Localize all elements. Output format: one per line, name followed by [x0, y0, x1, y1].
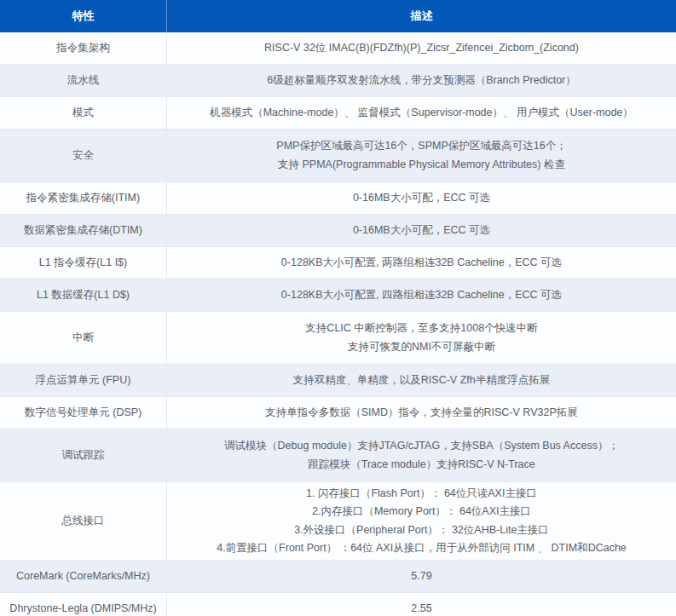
description-line: 支持CLIC 中断控制器，至多支持1008个快速中断 [305, 320, 537, 338]
description-cell: 机器模式（Machine-mode）、 监督模式（Supervisor-mode… [167, 97, 676, 129]
table-body: 指令集架构RISC-V 32位 IMAC(B)(FDZfh)(P)_Zicsr_… [0, 32, 676, 616]
description-cell: PMP保护区域最高可达16个，SPMP保护区域最高可达16个；支持 PPMA(P… [167, 130, 676, 181]
table-row: 总线接口1. 闪存接口（Flash Port）： 64位只读AXI主接口2.内存… [0, 482, 676, 561]
column-header-description: 描述 [167, 0, 676, 32]
table-row: CoreMark (CoreMarks/MHz)5.79 [0, 561, 676, 593]
description-line: 机器模式（Machine-mode）、 监督模式（Supervisor-mode… [210, 104, 633, 123]
feature-cell: 指令集架构 [0, 32, 167, 64]
table-row: 调试跟踪调试模块（Debug module）支持JTAG/cJTAG，支持SBA… [0, 429, 676, 482]
description-cell: 1. 闪存接口（Flash Port）： 64位只读AXI主接口2.内存接口（M… [167, 482, 676, 560]
feature-label: 调试跟踪 [62, 446, 105, 465]
description-line: 6级超标量顺序双发射流水线，带分支预测器（Branch Predictor） [267, 72, 576, 90]
table-row: 指令紧密集成存储(ITIM)0-16MB大小可配，ECC 可选 [0, 182, 676, 215]
feature-label: 流水线 [67, 72, 100, 90]
feature-label: CoreMark (CoreMarks/MHz) [16, 567, 150, 586]
description-cell: 调试模块（Debug module）支持JTAG/cJTAG，支持SBA（Sys… [167, 429, 676, 481]
description-cell: 6级超标量顺序双发射流水线，带分支预测器（Branch Predictor） [167, 65, 676, 96]
table-row: 数字信号处理单元 (DSP)支持单指令多数据（SIMD）指令，支持全量的RISC… [0, 397, 676, 429]
description-cell: 0-128KB大小可配置, 四路组相连32B Cacheline，ECC 可选 [167, 279, 676, 311]
feature-cell: 安全 [0, 130, 167, 181]
feature-cell: 数据紧密集成存储(DTIM) [0, 215, 167, 246]
feature-label: 安全 [72, 147, 94, 165]
feature-cell: 中断 [0, 312, 167, 364]
feature-cell: Dhrystone-Legla (DMIPS/MHz) [0, 593, 167, 616]
description-line: 3.外设接口（Peripheral Port）： 32位AHB-Lite主接口 [294, 521, 549, 540]
description-cell: 支持CLIC 中断控制器，至多支持1008个快速中断支持可恢复的NMI不可屏蔽中… [167, 312, 676, 364]
description-line: PMP保护区域最高可达16个，SPMP保护区域最高可达16个； [276, 137, 566, 156]
description-line: 4.前置接口（Front Port） ：64位 AXI从接口，用于从外部访问 I… [217, 539, 627, 558]
description-cell: 0-128KB大小可配置, 两路组相连32B Cacheline，ECC 可选 [167, 247, 676, 279]
description-cell: 0-16MB大小可配，ECC 可选 [167, 215, 676, 246]
description-cell: 2.55 [167, 593, 676, 616]
feature-cell: 指令紧密集成存储(ITIM) [0, 182, 167, 214]
description-line: 支持单指令多数据（SIMD）指令，支持全量的RISC-V RV32P拓展 [265, 404, 577, 423]
feature-label: 指令集架构 [56, 39, 110, 58]
description-line: 0-128KB大小可配置, 两路组相连32B Cacheline，ECC 可选 [281, 254, 562, 273]
table-row: 流水线6级超标量顺序双发射流水线，带分支预测器（Branch Predictor… [0, 65, 676, 97]
table-row: 中断支持CLIC 中断控制器，至多支持1008个快速中断支持可恢复的NMI不可屏… [0, 312, 676, 365]
description-line: 2.55 [411, 600, 431, 616]
table-row: 模式机器模式（Machine-mode）、 监督模式（Supervisor-mo… [0, 97, 676, 130]
feature-label: 数据紧密集成存储(DTIM) [24, 222, 142, 240]
feature-cell: 浮点运算单元 (FPU) [0, 365, 167, 396]
description-line: 1. 闪存接口（Flash Port）： 64位只读AXI主接口 [306, 485, 537, 504]
description-line: 0-128KB大小可配置, 四路组相连32B Cacheline，ECC 可选 [281, 286, 562, 305]
feature-cell: 调试跟踪 [0, 429, 167, 481]
table-row: 浮点运算单元 (FPU)支持双精度、单精度，以及RISC-V Zfh半精度浮点拓… [0, 365, 676, 397]
description-line: 支持双精度、单精度，以及RISC-V Zfh半精度浮点拓展 [293, 371, 550, 390]
table-header: 特性 描述 [0, 0, 676, 32]
description-cell: 支持单指令多数据（SIMD）指令，支持全量的RISC-V RV32P拓展 [167, 397, 676, 429]
description-cell: 支持双精度、单精度，以及RISC-V Zfh半精度浮点拓展 [167, 365, 676, 396]
description-line: 0-16MB大小可配，ECC 可选 [353, 222, 490, 240]
feature-label: Dhrystone-Legla (DMIPS/MHz) [9, 600, 156, 616]
spec-table: 特性 描述 指令集架构RISC-V 32位 IMAC(B)(FDZfh)(P)_… [0, 0, 676, 616]
feature-label: 总线接口 [62, 512, 105, 531]
column-header-feature: 特性 [0, 0, 167, 32]
feature-cell: 流水线 [0, 65, 167, 96]
feature-label: L1 数据缓存(L1 D$) [37, 286, 130, 305]
description-line: 0-16MB大小可配，ECC 可选 [353, 189, 490, 208]
feature-cell: 模式 [0, 97, 167, 129]
description-line: RISC-V 32位 IMAC(B)(FDZfh)(P)_Zicsr_Zifen… [264, 39, 579, 58]
feature-cell: 总线接口 [0, 482, 167, 560]
description-line: 调试模块（Debug module）支持JTAG/cJTAG，支持SBA（Sys… [224, 437, 619, 456]
table-row: L1 数据缓存(L1 D$)0-128KB大小可配置, 四路组相连32B Cac… [0, 279, 676, 312]
feature-cell: CoreMark (CoreMarks/MHz) [0, 561, 167, 592]
description-cell: RISC-V 32位 IMAC(B)(FDZfh)(P)_Zicsr_Zifen… [167, 32, 676, 64]
description-line: 跟踪模块（Trace module）支持RISC-V N-Trace [308, 456, 534, 475]
feature-label: 数字信号处理单元 (DSP) [25, 404, 142, 423]
description-line: 2.内存接口（Memory Port）： 64位AXI主接口 [312, 503, 531, 521]
feature-cell: 数字信号处理单元 (DSP) [0, 397, 167, 429]
table-row: Dhrystone-Legla (DMIPS/MHz)2.55 [0, 593, 676, 616]
feature-label: 浮点运算单元 (FPU) [36, 371, 131, 390]
description-cell: 0-16MB大小可配，ECC 可选 [167, 182, 676, 214]
feature-label: L1 指令缓存(L1 I$) [39, 254, 128, 273]
feature-label: 指令紧密集成存储(ITIM) [26, 189, 140, 208]
feature-label: 模式 [72, 104, 94, 123]
description-line: 支持 PPMA(Programmable Physical Memory Att… [278, 156, 565, 175]
description-line: 支持可恢复的NMI不可屏蔽中断 [348, 338, 495, 357]
table-row: 数据紧密集成存储(DTIM)0-16MB大小可配，ECC 可选 [0, 215, 676, 247]
feature-cell: L1 数据缓存(L1 D$) [0, 279, 167, 311]
feature-cell: L1 指令缓存(L1 I$) [0, 247, 167, 279]
table-row: L1 指令缓存(L1 I$)0-128KB大小可配置, 两路组相连32B Cac… [0, 247, 676, 279]
description-line: 5.79 [411, 567, 431, 586]
feature-label: 中断 [72, 329, 94, 348]
table-row: 指令集架构RISC-V 32位 IMAC(B)(FDZfh)(P)_Zicsr_… [0, 32, 676, 65]
table-row: 安全PMP保护区域最高可达16个，SPMP保护区域最高可达16个；支持 PPMA… [0, 130, 676, 182]
description-cell: 5.79 [167, 561, 676, 592]
